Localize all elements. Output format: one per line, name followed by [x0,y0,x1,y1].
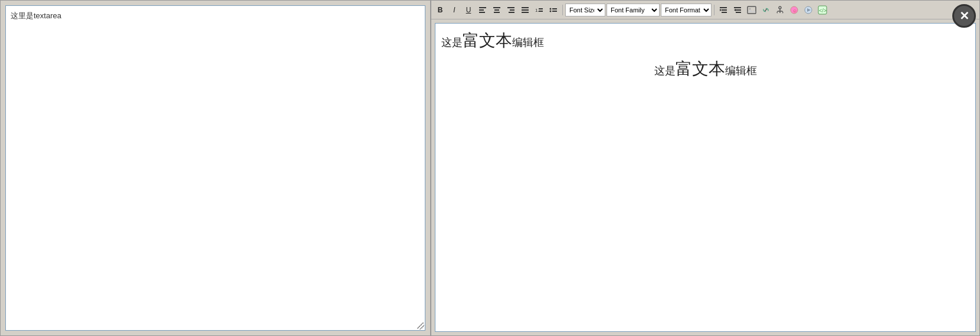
image-icon [747,5,756,15]
toolbar-sep-1 [562,5,563,15]
svg-rect-8 [509,12,514,13]
anchor-button[interactable] [773,4,786,17]
svg-rect-24 [736,9,741,11]
align-right-icon [507,6,515,14]
svg-rect-10 [522,9,529,11]
font-size-select[interactable]: Font Size.. 8 10 12 14 16 18 24 36 [565,4,605,17]
svg-rect-18 [552,11,557,12]
editor-line1: 这是富文本编辑框 [441,29,969,52]
svg-text:1.: 1. [535,8,539,13]
svg-rect-27 [748,6,756,14]
list-ul-button[interactable] [547,4,560,17]
align-justify-icon [521,6,529,14]
anchor-icon [775,5,785,15]
svg-rect-23 [734,7,741,8]
svg-rect-4 [494,9,499,11]
special-button[interactable]: ☺ [788,4,801,17]
svg-rect-17 [552,8,557,9]
svg-rect-14 [539,11,543,12]
underline-button[interactable]: U [462,4,475,17]
svg-point-28 [749,8,751,9]
link-button[interactable] [759,4,772,17]
svg-rect-20 [722,9,727,11]
image-button[interactable] [745,4,758,17]
outdent-icon [733,6,742,14]
svg-rect-9 [522,7,529,8]
svg-rect-2 [479,12,485,13]
resize-handle[interactable] [417,322,424,330]
svg-point-16 [550,10,552,12]
svg-marker-26 [734,9,736,11]
align-left-button[interactable] [476,4,489,17]
outdent-button[interactable] [731,4,744,17]
svg-rect-1 [479,9,484,11]
rich-editor-content[interactable]: 这是富文本编辑框 这是富文本编辑框 [435,23,976,332]
align-right-button[interactable] [504,4,517,17]
link-icon [761,5,771,15]
source-icon: </> [818,5,827,15]
svg-rect-13 [539,8,543,9]
align-justify-button[interactable] [519,4,532,17]
svg-rect-0 [479,7,486,8]
editor-line2: 这是富文本编辑框 [441,58,969,80]
svg-point-30 [779,6,781,9]
indent-icon [719,6,727,14]
special-icon: ☺ [789,5,799,15]
indent-button[interactable] [717,4,730,17]
font-format-select[interactable]: Font Format Normal Heading 1 Heading 2 [661,4,712,17]
media-button[interactable] [802,4,815,17]
svg-rect-5 [494,12,500,13]
line2-suffix: 编辑框 [725,65,757,77]
svg-point-15 [550,8,552,9]
list-ol-button[interactable]: 1. [533,4,546,17]
line1-prefix: 这是 [441,37,463,48]
italic-button[interactable]: I [448,4,461,17]
svg-text:☺: ☺ [792,8,797,14]
svg-rect-11 [522,12,529,13]
line2-prefix: 这是 [654,65,676,77]
right-panel: B I U [431,0,980,336]
svg-rect-3 [493,7,500,8]
main-textarea[interactable] [6,6,425,330]
list-ul-icon [549,6,558,14]
svg-marker-29 [748,9,756,12]
line1-suffix: 编辑框 [512,37,544,48]
left-panel [0,0,431,336]
line2-large: 富文本 [676,60,725,78]
svg-rect-7 [510,9,514,11]
font-family-select[interactable]: Font Family Arial Times New Roman Courie… [607,4,660,17]
line1-large: 富文本 [463,31,512,50]
toolbar-sep-2 [714,5,714,15]
bold-button[interactable]: B [434,4,447,17]
align-center-button[interactable] [490,4,503,17]
svg-marker-22 [720,9,722,11]
svg-rect-6 [507,7,514,8]
rich-editor-toolbar: B I U [431,1,979,19]
source-button[interactable]: </> [816,4,829,17]
media-icon [804,5,813,15]
svg-rect-19 [720,7,727,8]
close-button[interactable]: ✕ [952,4,976,28]
textarea-wrapper [5,5,425,331]
svg-rect-25 [736,12,741,13]
align-center-icon [493,6,501,14]
svg-text:</>: </> [819,8,827,14]
list-ol-icon: 1. [535,6,543,14]
svg-rect-21 [722,12,727,13]
align-left-icon [478,6,487,14]
